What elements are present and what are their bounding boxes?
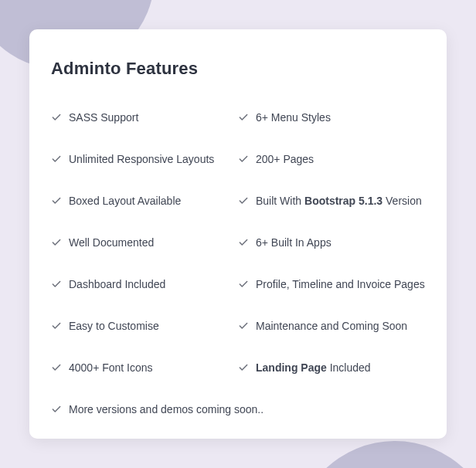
features-grid: SASS Support6+ Menu StylesUnlimited Resp… [51,111,425,415]
feature-item: Landing Page Included [238,361,425,374]
feature-text: Landing Page Included [256,361,371,374]
feature-text: More versions and demos coming soon.. [69,403,264,415]
feature-text: Unlimited Responsive Layouts [69,153,214,165]
page-title: Adminto Features [51,59,425,79]
feature-text: Profile, Timeline and Invoice Pages [256,278,425,290]
feature-text: Easy to Customise [69,320,159,332]
feature-item: Dashboard Included [51,278,238,290]
feature-text: 6+ Menu Styles [256,111,331,124]
feature-text: Well Documented [69,236,154,249]
feature-item: 200+ Pages [238,153,425,165]
feature-item: Easy to Customise [51,320,238,332]
feature-text: 6+ Built In Apps [256,236,332,249]
feature-text: SASS Support [69,111,138,124]
feature-item: Boxed Layout Available [51,195,238,207]
feature-item: 4000+ Font Icons [51,361,238,374]
feature-item: 6+ Built In Apps [238,236,425,249]
feature-item: Unlimited Responsive Layouts [51,153,238,165]
feature-item: 6+ Menu Styles [238,111,425,124]
feature-item: More versions and demos coming soon.. [51,403,425,415]
feature-text: 4000+ Font Icons [69,361,153,374]
feature-item: Well Documented [51,236,238,249]
feature-text: Dashboard Included [69,278,165,290]
feature-item: SASS Support [51,111,238,124]
decorative-circle-bottom [294,441,476,468]
feature-item: Built With Bootstrap 5.1.3 Version [238,195,425,207]
feature-text: Built With Bootstrap 5.1.3 Version [256,195,422,207]
feature-text: Boxed Layout Available [69,195,181,207]
feature-item: Profile, Timeline and Invoice Pages [238,278,425,290]
features-card: Adminto Features SASS Support6+ Menu Sty… [29,29,447,439]
feature-text: 200+ Pages [256,153,314,165]
feature-item: Maintenance and Coming Soon [238,320,425,332]
feature-text: Maintenance and Coming Soon [256,320,407,332]
